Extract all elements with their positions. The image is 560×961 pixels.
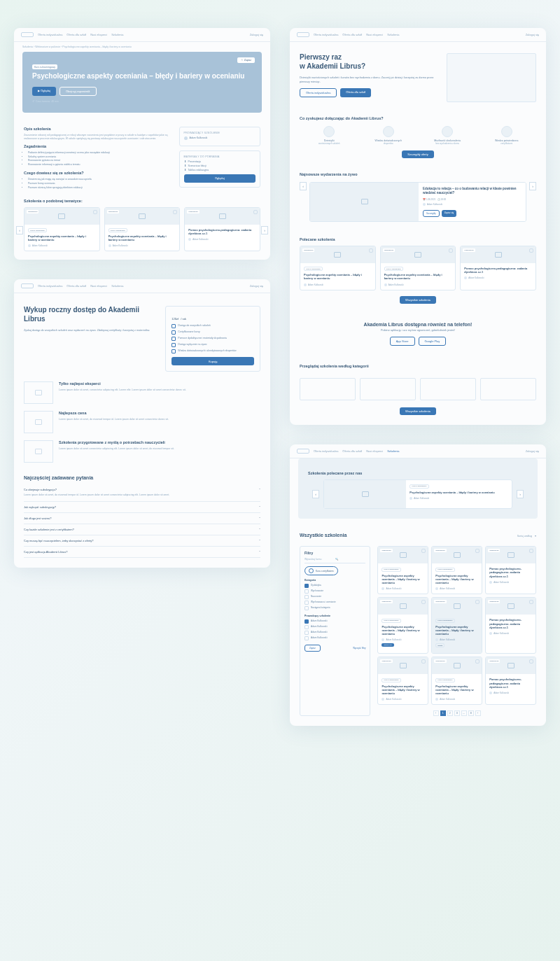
googleplay-button[interactable]: Google Play: [419, 337, 447, 346]
nav-item[interactable]: Szkolenia: [111, 284, 123, 288]
course-card[interactable]: Webinarium Kurs e-learningowy Psychologi…: [431, 657, 482, 705]
course-card[interactable]: Webinarium Pomoc psychologiczno-pedagogi…: [460, 246, 536, 290]
carousel-prev[interactable]: ‹: [312, 490, 319, 498]
nav-item[interactable]: Szkolenia: [111, 33, 123, 36]
logo[interactable]: [21, 283, 34, 288]
like-icon[interactable]: [529, 549, 533, 553]
page-button[interactable]: ›: [475, 710, 481, 716]
nav-item[interactable]: Oferta indywidualna: [38, 284, 62, 288]
filter-checkbox[interactable]: Dydaktyka: [304, 584, 365, 588]
course-card[interactable]: Webinarium Kurs e-learningowy Psychologi…: [431, 546, 482, 594]
breadcrumb[interactable]: Szkolenia › Webinarium w pakiecie › Psyc…: [14, 42, 270, 52]
logo[interactable]: [297, 32, 309, 37]
faq-item[interactable]: Co obejmuje subskrypcja?˄Lorem ipsum dol…: [24, 484, 260, 501]
save-button[interactable]: ☆ Zapisz: [237, 57, 255, 63]
apply-filters-button[interactable]: Zapisz: [304, 645, 321, 652]
nav-item[interactable]: Oferta dla szkół: [342, 33, 362, 36]
like-icon[interactable]: [253, 210, 258, 214]
like-icon[interactable]: [421, 600, 426, 604]
category-tile[interactable]: [480, 378, 536, 400]
login-link[interactable]: Zaloguj się: [526, 33, 539, 36]
like-icon[interactable]: [449, 248, 453, 253]
like-icon[interactable]: [475, 549, 479, 553]
page-button[interactable]: 3: [454, 710, 460, 716]
like-icon[interactable]: [93, 210, 97, 214]
course-card[interactable]: Webinarium Pomoc psychologiczno-pedagogi…: [485, 597, 536, 654]
details-button[interactable]: Szczegóły oferty: [402, 150, 433, 158]
faq-item[interactable]: Czy jest aplikacja Akademii Librus?˅: [24, 547, 260, 558]
nav-item[interactable]: Oferta indywidualna: [314, 33, 338, 36]
preview-button[interactable]: Obejrzyj zapowiedź: [59, 87, 97, 96]
page-button[interactable]: 2: [447, 710, 453, 716]
like-icon[interactable]: [529, 659, 533, 664]
nav-item[interactable]: Nasi eksperci: [366, 33, 383, 36]
nav-item[interactable]: Nasi eksperci: [90, 284, 107, 288]
login-link[interactable]: Zaloguj się: [526, 449, 539, 453]
filter-checkbox[interactable]: Następna kategoria: [304, 606, 365, 610]
nav-item[interactable]: Oferta indywidualna: [38, 33, 62, 36]
course-card[interactable]: Webinarium Kurs e-learningowy Psychologi…: [380, 246, 456, 290]
filter-pill[interactable]: Kurs z certyfikatem: [304, 566, 338, 575]
carousel-next[interactable]: ›: [517, 490, 524, 498]
search-input[interactable]: Wyszukaj kursu🔍: [304, 558, 365, 563]
login-link[interactable]: Zaloguj się: [250, 33, 263, 36]
category-tile[interactable]: [420, 378, 476, 400]
watch-cta[interactable]: Oglądaj: [184, 174, 255, 183]
course-card[interactable]: Kurs e-learningowy Psychologiczne aspekt…: [323, 479, 512, 509]
course-card[interactable]: Webinarium Pomoc psychologiczno-pedagogi…: [184, 207, 260, 252]
page-button[interactable]: 1: [440, 710, 446, 716]
all-trainings-button[interactable]: Wszystkie szkolenia: [400, 296, 436, 304]
event-card[interactable]: Edukacja to relacja – co o budowaniu rel…: [309, 182, 526, 222]
like-icon[interactable]: [529, 600, 533, 604]
course-card[interactable]: Webinarium Pomoc psychologiczno-pedagogi…: [485, 546, 536, 594]
carousel-prev[interactable]: ‹: [16, 226, 23, 234]
faq-item[interactable]: Jak wykupić subskrypcję?˅: [24, 502, 260, 513]
faq-item[interactable]: Jak długo jest ważna?˅: [24, 513, 260, 524]
like-icon[interactable]: [475, 600, 479, 604]
page-button[interactable]: ...: [461, 710, 467, 716]
category-tile[interactable]: [360, 378, 416, 400]
offer-school-button[interactable]: Oferta dla szkół: [340, 88, 371, 97]
nav-item[interactable]: Oferta dla szkół: [342, 449, 362, 453]
filter-checkbox[interactable]: Nauczanie: [304, 595, 365, 599]
filter-checkbox[interactable]: Wychowanie: [304, 589, 365, 594]
course-card[interactable]: Webinarium Pomoc psychologiczno-pedagogi…: [485, 657, 536, 705]
filter-checkbox[interactable]: Wychowawca i ocenianie: [304, 601, 365, 605]
course-card[interactable]: Webinarium Kurs e-learningowy Psychologi…: [377, 657, 428, 705]
logo[interactable]: [21, 32, 34, 37]
nav-item[interactable]: Oferta dla szkół: [66, 33, 86, 36]
filter-checkbox[interactable]: Adam Kalkowski: [304, 636, 365, 640]
carousel-next[interactable]: ›: [529, 182, 536, 190]
filter-checkbox[interactable]: Adam Kalkowski: [304, 625, 365, 629]
nav-item[interactable]: Szkolenia: [387, 449, 399, 453]
filter-checkbox[interactable]: Adam Kalkowski: [304, 631, 365, 635]
page-button[interactable]: ‹: [433, 710, 439, 716]
nav-item[interactable]: Oferta dla szkół: [66, 284, 86, 288]
faq-item[interactable]: Czy każde szkolenie jest z certyfikatem?…: [24, 524, 260, 535]
like-icon[interactable]: [421, 549, 426, 553]
like-icon[interactable]: [529, 248, 533, 253]
nav-item[interactable]: Oferta indywidualna: [314, 449, 338, 453]
all-trainings-button[interactable]: Wszystkie szkolenia: [400, 407, 436, 415]
faq-item[interactable]: Czy muszę być nauczycielem, żeby skorzys…: [24, 535, 260, 547]
like-icon[interactable]: [369, 248, 373, 253]
logo[interactable]: [297, 449, 309, 454]
carousel-next[interactable]: ›: [261, 226, 268, 234]
course-card[interactable]: Webinarium Kurs e-learningowy Psychologi…: [104, 207, 181, 252]
like-icon[interactable]: [173, 210, 177, 214]
nav-item[interactable]: Nasi eksperci: [366, 449, 383, 453]
login-link[interactable]: Zaloguj się: [250, 284, 263, 288]
course-card[interactable]: Webinarium Kurs e-learningowy Psychologi…: [377, 597, 428, 654]
carousel-prev[interactable]: ‹: [300, 182, 307, 190]
watch-button[interactable]: ▶ Oglądaj: [32, 87, 56, 96]
offer-individual-button[interactable]: Oferta indywidualna: [300, 88, 337, 97]
event-details-button[interactable]: Szczegóły: [423, 210, 440, 217]
nav-item[interactable]: Szkolenia: [387, 33, 399, 36]
course-card[interactable]: Webinarium Kurs e-learningowy Psychologi…: [24, 207, 100, 252]
appstore-button[interactable]: App Store: [390, 337, 415, 346]
like-icon[interactable]: [421, 659, 426, 664]
page-button[interactable]: 8: [468, 710, 474, 716]
course-card[interactable]: Webinarium Kurs e-learningowy Psychologi…: [300, 246, 376, 290]
filter-checkbox[interactable]: Adam Kalkowski: [304, 619, 365, 624]
nav-item[interactable]: Nasi eksperci: [90, 33, 107, 36]
